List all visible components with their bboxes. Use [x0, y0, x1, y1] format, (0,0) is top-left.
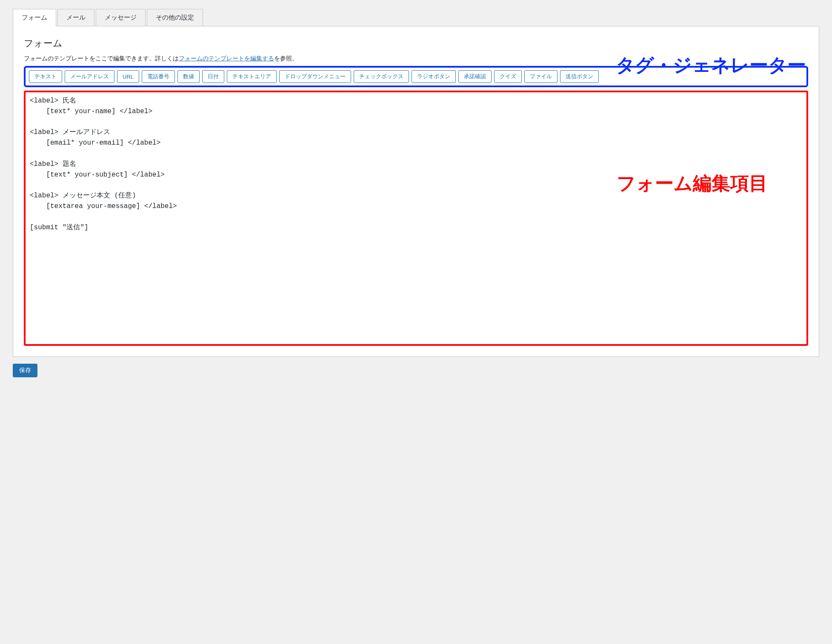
tag-button-url[interactable]: URL: [117, 70, 139, 83]
save-button[interactable]: 保存: [13, 364, 37, 377]
tag-button-tel[interactable]: 電話番号: [142, 70, 175, 83]
tag-button-email[interactable]: メールアドレス: [65, 70, 114, 83]
description-prefix: フォームのテンプレートをここで編集できます。詳しくは: [24, 55, 179, 62]
tab-other[interactable]: その他の設定: [147, 9, 203, 26]
tag-button-acceptance[interactable]: 承諾確認: [458, 70, 492, 83]
tag-button-dropdown[interactable]: ドロップダウンメニュー: [279, 70, 351, 83]
tag-generator: テキスト メールアドレス URL 電話番号 数値 日付 テキストエリア ドロップ…: [24, 66, 808, 87]
panel-description: フォームのテンプレートをここで編集できます。詳しくはフォームのテンプレートを編集…: [24, 55, 808, 63]
form-panel: タグ・ジェネレーター フォーム フォームのテンプレートをここで編集できます。詳し…: [13, 26, 819, 357]
description-suffix: を参照。: [274, 55, 298, 62]
tag-button-quiz[interactable]: クイズ: [494, 70, 522, 83]
tag-button-date[interactable]: 日付: [202, 70, 224, 83]
tag-button-submit[interactable]: 送信ボタン: [560, 70, 599, 83]
tab-mail[interactable]: メール: [57, 9, 94, 26]
panel-title: フォーム: [24, 37, 808, 50]
tag-button-radio[interactable]: ラジオボタン: [412, 70, 456, 83]
tabs-container: フォーム メール メッセージ その他の設定: [13, 9, 819, 26]
tab-message[interactable]: メッセージ: [96, 9, 146, 26]
form-editor[interactable]: <label> 氏名 [text* your-name] </label> <l…: [24, 91, 808, 346]
tag-button-checkbox[interactable]: チェックボックス: [354, 70, 409, 83]
tag-button-number[interactable]: 数値: [177, 70, 200, 83]
tab-form[interactable]: フォーム: [13, 9, 56, 26]
tag-button-file[interactable]: ファイル: [524, 70, 558, 83]
tag-button-text[interactable]: テキスト: [29, 70, 62, 83]
help-link[interactable]: フォームのテンプレートを編集する: [179, 55, 274, 62]
tag-button-textarea[interactable]: テキストエリア: [227, 70, 277, 83]
